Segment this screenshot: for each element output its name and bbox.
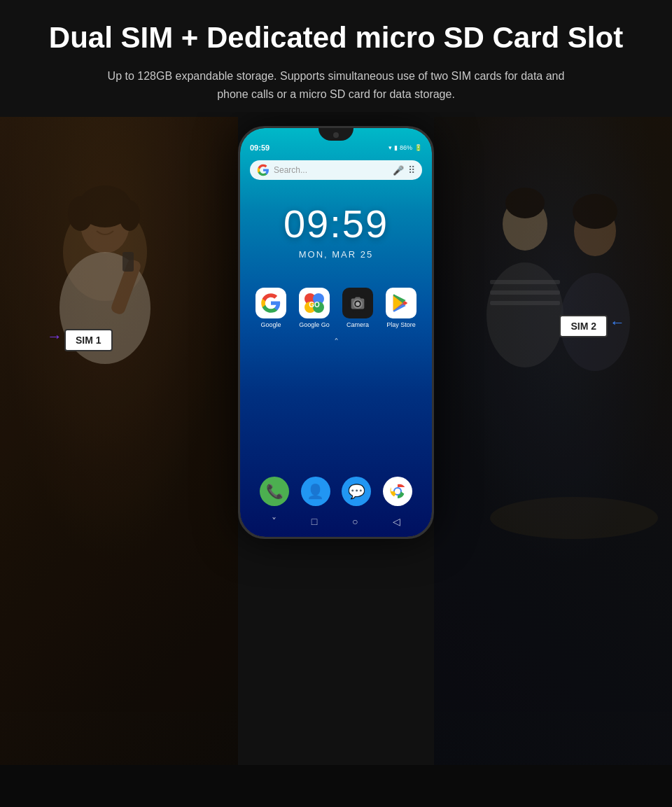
svg-point-25 [356, 302, 360, 306]
google-go-app-icon: GO [299, 288, 330, 318]
page-subtitle: Up to 128GB expandable storage. Supports… [91, 67, 581, 103]
svg-point-10 [486, 262, 564, 367]
bg-right [434, 112, 672, 765]
google-icon-svg [260, 293, 281, 314]
mic-icon[interactable]: 🎤 [393, 165, 404, 176]
camera-app-label: Camera [346, 321, 369, 328]
dock-contacts-icon[interactable]: 👤 [301, 477, 330, 506]
svg-point-9 [505, 188, 545, 218]
person-right-illustration [434, 112, 672, 560]
svg-point-15 [573, 194, 617, 229]
phone-screen: 09:59 ▾ ▮ 86% 🔋 [240, 128, 432, 537]
search-placeholder: Search... [274, 165, 388, 175]
bottom-strip [0, 765, 672, 807]
google-go-app-label: Google Go [299, 321, 330, 328]
sim2-label: SIM 2 [559, 315, 608, 337]
nav-chevron-down[interactable]: ˅ [272, 516, 276, 527]
background-scene: 09:59 ▾ ▮ 86% 🔋 [0, 112, 672, 807]
bg-left [0, 112, 238, 765]
status-icons: ▾ ▮ 86% 🔋 [388, 144, 422, 151]
dock-messages-icon[interactable]: 💬 [342, 477, 371, 506]
svg-point-28 [395, 489, 400, 494]
play-store-app-icon [386, 288, 416, 318]
camera-icon-svg [348, 293, 368, 313]
svg-rect-7 [122, 252, 134, 272]
clock-date: MON, MAR 25 [240, 249, 432, 260]
contacts-icon: 👤 [307, 483, 324, 500]
app-google[interactable]: Google [255, 288, 286, 328]
front-camera [333, 132, 339, 138]
dock-phone-icon[interactable]: 📞 [260, 477, 289, 506]
messages-icon: 💬 [348, 483, 365, 500]
app-camera[interactable]: Camera [342, 288, 373, 328]
svg-rect-13 [490, 301, 560, 305]
play-store-icon-svg [391, 293, 412, 314]
dock-chrome-icon[interactable] [383, 477, 412, 506]
sim1-arrow-icon: → [47, 328, 62, 346]
nav-recents[interactable]: □ [312, 516, 317, 527]
status-time: 09:59 [250, 143, 270, 152]
svg-rect-11 [490, 280, 560, 284]
battery-text: 86% [400, 144, 412, 151]
clock-area: 09:59 MON, MAR 25 [240, 201, 432, 260]
phone-wrapper: 09:59 ▾ ▮ 86% 🔋 [238, 126, 434, 539]
svg-point-3 [68, 196, 93, 231]
app-play-store[interactable]: Play Store [386, 288, 416, 328]
phone-device: 09:59 ▾ ▮ 86% 🔋 [238, 126, 434, 539]
camera-app-icon [342, 288, 373, 318]
app-google-go[interactable]: GO Google Go [299, 288, 330, 328]
clock-time: 09:59 [240, 201, 432, 246]
nav-bar: ˅ □ ○ ◁ [240, 512, 432, 531]
svg-point-17 [490, 497, 658, 539]
google-g-icon [257, 164, 270, 176]
sim2-arrow-icon: ← [610, 314, 625, 332]
chrome-icon-svg [389, 483, 406, 500]
signal-icon: ▮ [394, 144, 398, 151]
dock: 📞 👤 💬 [240, 477, 432, 506]
google-app-label: Google [260, 321, 281, 328]
page-title: Dual SIM + Dedicated micro SD Card Slot [42, 21, 630, 55]
apps-grid-icon[interactable]: ⠿ [408, 164, 415, 176]
search-bar[interactable]: Search... 🎤 ⠿ [250, 160, 422, 180]
sim1-label: SIM 1 [64, 329, 113, 351]
svg-rect-12 [490, 290, 560, 295]
google-go-icon-svg: GO [303, 292, 326, 314]
app-row: Google GO Goog [240, 288, 432, 328]
google-app-icon [255, 288, 286, 318]
chevron-up-icon: ˄ [334, 337, 339, 348]
nav-home[interactable]: ○ [352, 516, 358, 527]
nav-back[interactable]: ◁ [393, 516, 400, 527]
svg-text:GO: GO [309, 301, 320, 309]
wifi-icon: ▾ [388, 144, 392, 151]
svg-point-4 [119, 200, 140, 231]
header-section: Dual SIM + Dedicated micro SD Card Slot … [0, 0, 672, 117]
battery-icon: 🔋 [414, 144, 422, 151]
app-drawer-arrow[interactable]: ˄ [240, 337, 432, 348]
phone-icon: 📞 [266, 483, 284, 500]
play-store-app-label: Play Store [386, 321, 416, 328]
